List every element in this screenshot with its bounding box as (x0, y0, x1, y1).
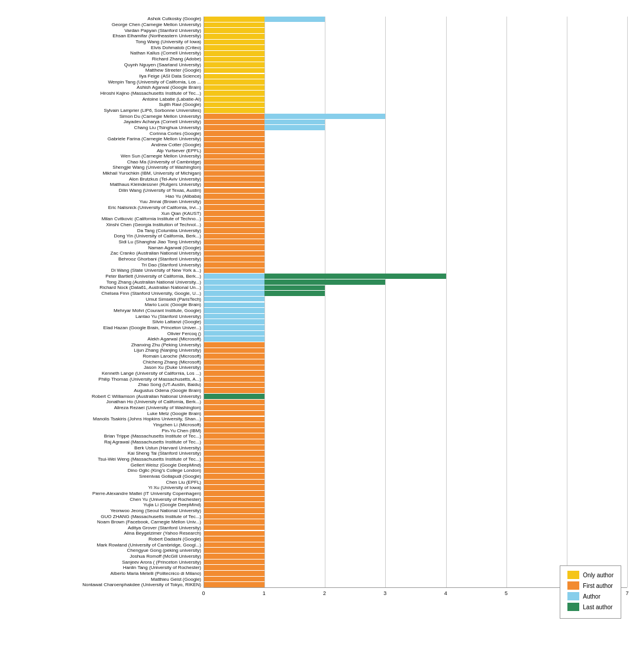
legend-label: Author (583, 593, 600, 600)
bar-row (204, 456, 627, 462)
bar-segment (204, 439, 264, 445)
bar-segment (204, 182, 264, 188)
bar-segment (204, 176, 264, 182)
bar-row (204, 353, 627, 359)
bar-segment (204, 74, 264, 79)
bar-row (204, 428, 627, 433)
bar-segment (204, 91, 264, 96)
bar-segment (204, 17, 264, 22)
bar-row (204, 251, 627, 256)
author-label: Kenneth Lange (University of California,… (20, 371, 204, 377)
author-label: Noam Brown (Facebook, Carnegie Mellon Un… (20, 520, 204, 526)
bar-segment (204, 480, 264, 485)
bar-row (204, 303, 627, 308)
bar-row (204, 57, 627, 62)
bar-segment (204, 251, 264, 256)
author-label: Romain Laroche (Microsoft) (20, 354, 204, 360)
bar-segment (204, 531, 264, 536)
author-label: Sylvain Lamprier (LIP6, Sorbonne Univers… (20, 108, 204, 114)
bar-segment (204, 462, 264, 468)
bar-segment (204, 279, 264, 285)
bar-row (204, 497, 627, 502)
bar-row (204, 165, 627, 171)
bar-segment (204, 342, 264, 348)
author-label: Gabriele Farina (Carnegie Mellon Univers… (20, 137, 204, 143)
author-label: Xinshi Chen (Georgia Institution of Tech… (20, 223, 204, 229)
author-labels: Ashok Cutkosky (Google)George Chen (Carn… (20, 17, 204, 588)
bar-segment (204, 228, 264, 233)
bar-segment (204, 142, 264, 147)
bar-row (204, 491, 627, 496)
bar-segment (204, 514, 264, 519)
bar-row (204, 62, 627, 67)
legend: Only authorFirst authorAuthorLast author (560, 565, 621, 619)
bar-segment (204, 468, 264, 473)
y-axis-label (12, 17, 20, 606)
bar-segment (204, 411, 264, 416)
bar-row (204, 85, 627, 91)
bar-segment (264, 125, 325, 130)
bar-segment (204, 171, 264, 176)
bar-segment (204, 274, 264, 279)
bar-row (204, 468, 627, 473)
bar-segment (204, 433, 264, 439)
bar-segment (204, 371, 264, 376)
bar-row (204, 400, 627, 405)
bar-segment (204, 40, 264, 45)
bar-row (204, 74, 627, 79)
bar-segment (204, 131, 264, 136)
bar-segment (204, 45, 264, 50)
bar-segment (204, 491, 264, 496)
author-label: Pierre-Alexandre Mattei (IT University C… (20, 491, 204, 497)
bar-row (204, 548, 627, 553)
bar-row (204, 285, 627, 291)
bar-segment (204, 28, 264, 33)
bar-segment (264, 279, 385, 285)
author-label: Sidi Lu (Shanghai Jiao Tong University) (20, 240, 204, 246)
grid-line (627, 17, 628, 587)
bar-row (204, 120, 627, 125)
bar-row (204, 200, 627, 205)
bar-row (204, 331, 627, 336)
bar-segment (204, 222, 264, 227)
bar-row (204, 262, 627, 268)
x-tick: 4 (444, 590, 447, 596)
bar-segment (204, 348, 264, 353)
author-label: Yeonwoo Jeong (Seoul National University… (20, 508, 204, 514)
legend-color (567, 603, 579, 611)
bar-segment (204, 319, 264, 324)
bar-row (204, 474, 627, 479)
bar-row (204, 182, 627, 188)
bar-row (204, 502, 627, 507)
bar-segment (204, 417, 264, 422)
bar-row (204, 422, 627, 427)
bar-segment (204, 336, 264, 342)
bar-segment (204, 497, 264, 502)
author-label: Tsui-Wei Weng (Massachusetts Institute o… (20, 457, 204, 463)
bar-segment (204, 51, 264, 56)
bar-segment (204, 102, 264, 108)
author-label: Nontawat Charoenphakdee (University of T… (20, 583, 204, 589)
bar-segment (204, 577, 264, 582)
bar-segment (204, 125, 264, 130)
bar-row (204, 228, 627, 233)
author-label: Andrew Cotter (Google) (20, 142, 204, 148)
bar-segment (204, 108, 264, 113)
x-tick: 0 (202, 590, 205, 596)
bar-segment (204, 256, 264, 262)
bar-segment (204, 508, 264, 513)
bar-segment (204, 519, 264, 525)
bar-row (204, 256, 627, 262)
bar-segment (264, 274, 446, 279)
chart-container: Ashok Cutkosky (Google)George Chen (Carn… (0, 0, 639, 672)
bar-segment (204, 308, 264, 313)
bar-segment (264, 114, 385, 119)
x-tick: 5 (505, 590, 508, 596)
x-tick: 1 (263, 590, 266, 596)
bar-row (204, 297, 627, 302)
bar-segment (204, 234, 264, 239)
bar-row (204, 371, 627, 376)
bar-segment (204, 582, 264, 587)
bar-row (204, 319, 627, 324)
bar-row (204, 188, 627, 194)
